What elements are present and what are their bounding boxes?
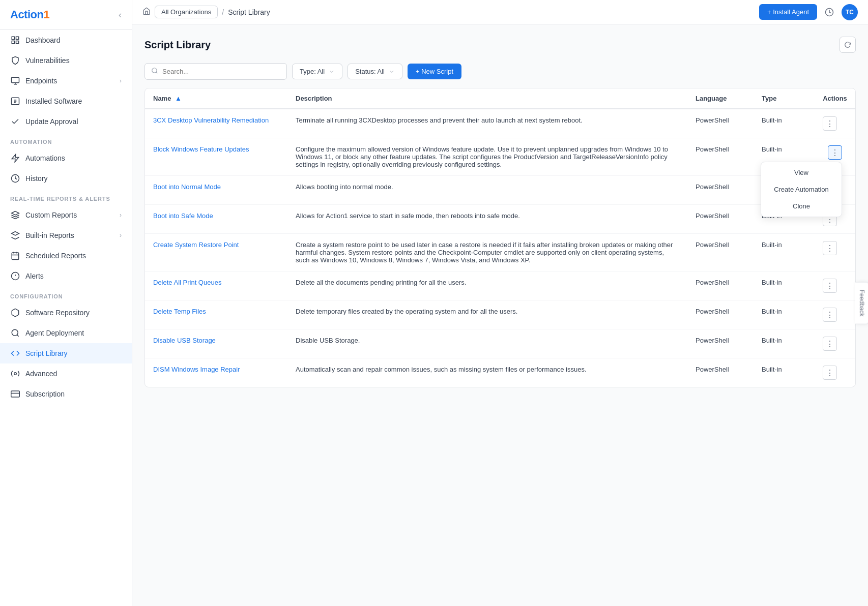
refresh-button[interactable] (840, 37, 856, 53)
sidebar-item-agent-deployment[interactable]: Agent Deployment (0, 323, 132, 343)
status-filter-button[interactable]: Status: All (348, 64, 402, 79)
type-filter-label: Type: All (300, 68, 325, 75)
cell-name: 3CX Desktop Vulnerability Remediation (145, 109, 287, 138)
sidebar-item-advanced[interactable]: Advanced (0, 363, 132, 384)
col-actions: Actions (815, 88, 855, 109)
action-menu-button[interactable]: ⋮ (823, 366, 837, 380)
user-avatar[interactable]: TC (842, 4, 858, 20)
cell-type: Built-in (754, 329, 815, 358)
cell-description: Delete all the documents pending printin… (287, 271, 687, 300)
search-input[interactable] (162, 68, 280, 75)
feedback-tab[interactable]: Feedback (855, 282, 868, 324)
cell-name: Boot into Normal Mode (145, 176, 287, 205)
action-menu-button[interactable]: ⋮ (823, 241, 837, 255)
svg-rect-2 (12, 41, 14, 44)
home-breadcrumb[interactable] (142, 7, 151, 17)
scheduled-reports-label: Scheduled Reports (25, 252, 122, 260)
cell-type: Built-in (754, 300, 815, 329)
dropdown-item-create-automation[interactable]: Create Automation (761, 181, 842, 198)
cell-language: PowerShell (687, 234, 754, 271)
svg-rect-25 (11, 391, 20, 397)
action-menu-button[interactable]: ⋮ (823, 279, 837, 293)
new-script-button[interactable]: + New Script (408, 64, 461, 79)
breadcrumb: All Organizations / Script Library (142, 6, 755, 18)
cell-name: Disable USB Storage (145, 329, 287, 358)
cell-language: PowerShell (687, 300, 754, 329)
sidebar-item-script-library[interactable]: Script Library (0, 343, 132, 363)
endpoints-arrow: › (120, 77, 122, 84)
table-row: Boot into Safe ModeAllows for Action1 se… (145, 205, 855, 234)
script-link[interactable]: Block Windows Feature Updates (153, 145, 249, 153)
agent-deployment-label: Agent Deployment (25, 329, 122, 337)
cell-name: Boot into Safe Mode (145, 205, 287, 234)
installed-software-icon (10, 96, 20, 106)
sidebar-item-history[interactable]: History (0, 168, 132, 189)
sidebar-item-custom-reports[interactable]: Custom Reports › (0, 205, 132, 225)
app-logo: Action1 (10, 8, 49, 21)
search-icon (151, 67, 158, 76)
dropdown-item-view[interactable]: View (761, 164, 842, 181)
sidebar-item-dashboard[interactable]: Dashboard (0, 30, 132, 50)
org-breadcrumb[interactable]: All Organizations (155, 6, 218, 18)
action-menu-button[interactable]: ⋮ (823, 308, 837, 322)
advanced-label: Advanced (25, 370, 122, 378)
sidebar-item-alerts[interactable]: Alerts (0, 266, 132, 286)
sort-icon: ▲ (175, 95, 182, 102)
advanced-icon (10, 369, 20, 379)
logo-area: Action1 ‹ (0, 0, 132, 30)
search-box[interactable] (144, 63, 287, 80)
script-link[interactable]: Create System Restore Point (153, 241, 239, 249)
cell-actions: ⋮ (815, 300, 855, 329)
page-content: Script Library Type: All Status: All + N… (132, 24, 868, 606)
cell-description: Allows for Action1 service to start in s… (287, 205, 687, 234)
subscription-label: Subscription (25, 390, 122, 398)
action-menu-button[interactable]: ⋮ (823, 337, 837, 351)
script-link[interactable]: Boot into Safe Mode (153, 212, 213, 220)
svg-marker-13 (12, 211, 19, 216)
sidebar-item-subscription[interactable]: Subscription (0, 384, 132, 404)
notifications-button[interactable] (821, 4, 837, 20)
svg-point-24 (14, 373, 17, 375)
sidebar-item-software-repository[interactable]: Software Repository (0, 302, 132, 323)
script-link[interactable]: 3CX Desktop Vulnerability Remediation (153, 116, 269, 124)
script-link[interactable]: DISM Windows Image Repair (153, 366, 240, 373)
table-row: Delete Temp FilesDelete temporary files … (145, 300, 855, 329)
sidebar-item-builtin-reports[interactable]: Built-in Reports › (0, 225, 132, 246)
script-link[interactable]: Delete All Print Queues (153, 279, 221, 286)
custom-reports-label: Custom Reports (25, 211, 114, 219)
custom-reports-arrow: › (120, 211, 122, 219)
cell-description: Disable USB Storage. (287, 329, 687, 358)
script-link[interactable]: Delete Temp Files (153, 308, 206, 315)
script-link[interactable]: Disable USB Storage (153, 337, 216, 344)
install-agent-button[interactable]: + Install Agent (759, 4, 817, 20)
action-menu-button[interactable]: ⋮ (828, 145, 842, 160)
col-name[interactable]: Name ▲ (145, 88, 287, 109)
sidebar-item-endpoints[interactable]: Endpoints › (0, 71, 132, 91)
cell-name: DISM Windows Image Repair (145, 358, 287, 387)
svg-marker-11 (12, 155, 19, 162)
endpoints-icon (10, 76, 20, 86)
collapse-button[interactable]: ‹ (119, 10, 122, 20)
sidebar-item-vulnerabilities[interactable]: Vulnerabilities (0, 50, 132, 71)
builtin-reports-icon (10, 230, 20, 240)
sidebar-item-installed-software[interactable]: Installed Software (0, 91, 132, 111)
sidebar-item-scheduled-reports[interactable]: Scheduled Reports (0, 246, 132, 266)
custom-reports-icon (10, 210, 20, 220)
script-link[interactable]: Boot into Normal Mode (153, 183, 221, 191)
sidebar-item-automations[interactable]: Automations (0, 148, 132, 168)
svg-line-29 (156, 72, 158, 74)
history-icon (10, 173, 20, 184)
alerts-label: Alerts (25, 272, 122, 280)
cell-actions: ⋮ (815, 329, 855, 358)
col-language: Language (687, 88, 754, 109)
agent-deployment-icon (10, 328, 20, 338)
cell-language: PowerShell (687, 109, 754, 138)
type-filter-button[interactable]: Type: All (292, 64, 342, 79)
cell-type: Built-in (754, 358, 815, 387)
sidebar-item-update-approval[interactable]: Update Approval (0, 111, 132, 132)
action-menu-button[interactable]: ⋮ (823, 116, 837, 131)
page-header: Script Library (144, 37, 856, 53)
page-title: Script Library (144, 39, 211, 51)
svg-rect-0 (12, 37, 14, 39)
dropdown-item-clone[interactable]: Clone (761, 198, 842, 215)
